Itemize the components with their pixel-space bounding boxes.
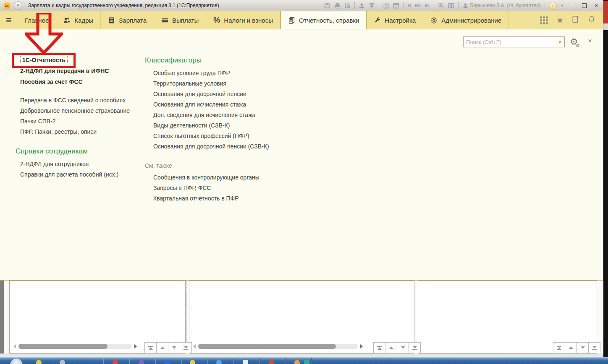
percent-icon: % [213,16,220,25]
link-spravki-rascheta[interactable]: Справки для расчета пособий (исх.) [20,171,118,178]
tab-nastroika[interactable]: Настройка [367,11,423,29]
scrollbar-thumb[interactable] [198,344,336,349]
card-icon [161,17,168,24]
search-clear-button[interactable]: × [556,36,565,47]
taskbar-icon[interactable] [36,360,42,364]
background-app-edge [603,23,608,30]
scrollbar-thumb[interactable] [18,344,107,349]
go-first-row-button[interactable] [144,342,157,353]
start-button[interactable] [10,359,23,364]
print-preview-icon[interactable] [344,3,351,9]
calculator-icon[interactable] [383,3,389,9]
see-also-header: См. также [145,162,172,169]
link-osnovaniya-pensii[interactable]: Основания для досрочной пенсии [153,91,246,97]
taskbar-icon[interactable] [113,360,118,364]
receive-icon[interactable] [369,3,375,9]
tab-nalogi[interactable]: % Налоги и взносы [206,11,280,29]
tab-kadry[interactable]: Кадры [56,11,101,29]
reports-links-group: Передача в ФСС сведений о пособиях Добро… [20,95,130,137]
link-soobshcheniya[interactable]: Сообщения в контролирующие органы [153,174,259,181]
memory-button[interactable]: M [407,3,411,8]
favorites-star-icon[interactable]: ★ [556,16,563,25]
go-last-row-button[interactable] [588,342,600,353]
memory-plus-button[interactable]: M+ [415,3,421,8]
tab-vyplaty[interactable]: Выплаты [154,11,206,29]
taskbar-icon[interactable] [243,360,248,364]
maximize-button[interactable] [580,2,588,9]
main-menu-button[interactable]: ≡ [0,11,18,29]
all-functions-icon[interactable] [540,16,548,24]
go-last-row-button[interactable] [180,342,192,353]
windows-taskbar[interactable] [0,357,608,364]
taskbar-icon[interactable] [269,360,274,364]
search-input[interactable] [463,36,556,47]
go-first-row-button[interactable] [373,342,385,353]
link-2ndfl-ifns[interactable]: 2-НДФЛ для передачи в ИФНС [20,68,109,74]
panel-close-icon[interactable]: × [588,37,592,45]
link-dop-svedeniya[interactable]: Доп. сведения для исчисления стажа [153,112,255,118]
scroll-left-icon[interactable] [193,344,196,348]
history-icon[interactable] [572,16,579,25]
wrench-icon [374,17,381,24]
taskbar-icon[interactable] [304,360,309,364]
row-up-button[interactable] [156,342,168,353]
link-pfr-pachki[interactable]: ПФР. Пачки, реестры, описи [20,128,97,135]
scroll-left-icon[interactable] [13,344,16,348]
link-2ndfl-sotrudnikov[interactable]: 2-НДФЛ для сотрудников [20,161,89,167]
current-user[interactable]: Барышева З.А. (гл. бухгалтер) [462,3,541,9]
calendar-icon[interactable]: 31 [393,3,399,9]
tab-otchetnost[interactable]: Отчетность, справки [280,11,367,29]
link-peredacha-fss[interactable]: Передача в ФСС сведений о пособиях [20,97,126,104]
chevron-down-icon[interactable]: ▼ [561,4,564,8]
user-name: Барышева З.А. (гл. бухгалтер) [470,3,541,8]
tab-administrirovanie[interactable]: Администрирование [423,11,509,29]
save-icon[interactable] [324,3,330,9]
send-icon[interactable] [359,3,365,9]
title-bar[interactable]: 1с ▼ Зарплата и кадры государственного у… [0,0,603,11]
link-zaprosy-pfr[interactable]: Запросы в ПФР, ФСС [153,185,211,191]
close-button[interactable]: × [592,2,600,9]
print-icon[interactable] [334,3,341,9]
taskbar-icon[interactable] [294,360,300,364]
scroll-right-icon[interactable] [134,344,137,348]
scroll-right-icon[interactable] [360,344,363,348]
link-kvartalnaya[interactable]: Квартальная отчетность в ПФР [153,195,239,202]
row-up-button[interactable] [385,342,397,353]
row-down-button[interactable] [168,342,180,353]
link-pachki-spv2[interactable]: Пачки СПВ-2 [20,118,56,125]
background-app-icon [603,1,608,23]
info-button[interactable]: i [549,2,557,10]
view-settings-gear-icon[interactable]: ⚙⚙ [570,36,583,48]
link-dobrovolnoe-strahovanie[interactable]: Добровольное пенсионное страхование [20,107,130,114]
taskbar-icon[interactable] [139,360,144,364]
link-spisok-professiy[interactable]: Список льготных профессий (ПФР) [153,133,249,139]
notifications-bell-icon[interactable] [588,16,595,25]
background-window-bottom [0,354,608,357]
row-down-button[interactable] [577,342,589,353]
memory-minus-button[interactable]: M- [425,3,430,8]
link-territorialnye[interactable]: Территориальные условия [153,80,226,87]
minimize-button[interactable]: – [568,2,576,9]
annotation-arrow [25,13,63,55]
zoom-icon[interactable] [438,3,444,9]
system-menu-button[interactable]: ▼ [14,1,22,10]
horizontal-scrollbar[interactable] [193,344,363,349]
svg-text:31: 31 [395,5,398,8]
go-first-row-button[interactable] [553,342,565,353]
split-view-icon[interactable] [448,3,454,9]
taskbar-icon[interactable] [190,360,195,364]
link-osnovaniya-stazha[interactable]: Основания для исчисления стажа [153,101,246,108]
taskbar-icon[interactable] [216,360,222,364]
row-up-button[interactable] [565,342,577,353]
horizontal-scrollbar[interactable] [13,344,137,349]
link-osnovaniya-szvk[interactable]: Основания для досрочной пенсии (СЗВ-К) [153,143,269,150]
go-last-row-button[interactable] [409,342,421,353]
1c-logo-icon: 1с [3,2,10,9]
link-vidy-deyatelnosti[interactable]: Виды деятельности (СЗВ-К) [153,122,230,129]
taskbar-icon[interactable] [60,360,65,364]
link-posobiya-fss[interactable]: Пособия за счет ФСС [20,78,83,85]
tab-zarplata[interactable]: Зарплата [101,11,154,29]
link-osobye-usloviya[interactable]: Особые условия труда ПФР [153,70,230,76]
taskbar-icon[interactable] [165,360,170,364]
row-down-button[interactable] [397,342,409,353]
